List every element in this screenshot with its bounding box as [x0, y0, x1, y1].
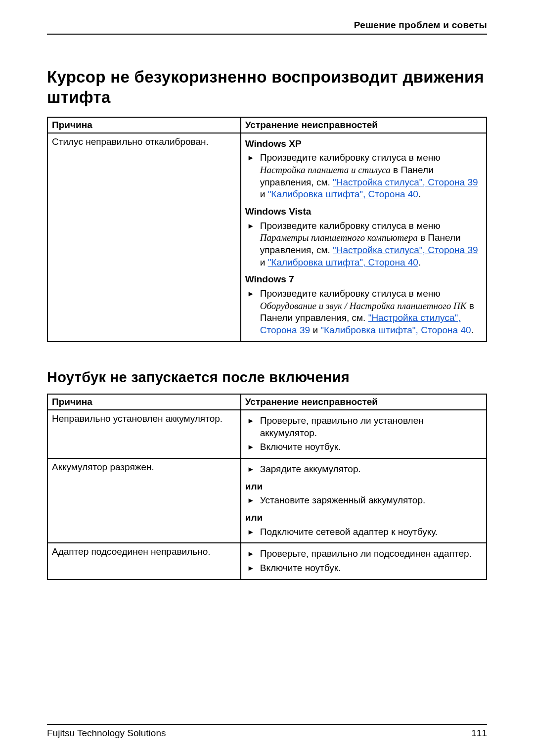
th-fix: Устранение неисправностей — [241, 117, 487, 133]
fix-cell: Зарядите аккумулятор. или Установите зар… — [241, 458, 487, 543]
fix-cell: Проверьте, правильно ли установлен аккум… — [241, 410, 487, 458]
or-separator: или — [245, 481, 482, 493]
italic-term: Настройка планшета и стилуса — [260, 165, 391, 175]
troubleshoot-table-1: Причина Устранение неисправностей Стилус… — [47, 117, 487, 342]
table-row: Стилус неправильно откалиброван. Windows… — [47, 133, 487, 342]
text: и — [260, 257, 268, 267]
text: . — [471, 325, 474, 335]
or-separator: или — [245, 512, 482, 524]
text: . — [418, 189, 421, 199]
step-list: Произведите калибровку стилуса в меню На… — [245, 152, 482, 201]
step-list: Произведите калибровку стилуса в меню Па… — [245, 220, 482, 269]
step-list: Произведите калибровку стилуса в меню Об… — [245, 288, 482, 337]
step-list: Подключите сетевой адаптер к ноутбуку. — [245, 526, 482, 538]
th-cause: Причина — [47, 117, 241, 133]
italic-term: Оборудование и звук / Настройка планшетн… — [260, 301, 467, 311]
fix-cell: Проверьте, правильно ли подсоединен адап… — [241, 543, 487, 579]
page-header: Решение проблем и советы — [47, 20, 487, 35]
table-row: Неправильно установлен аккумулятор. Пров… — [47, 410, 487, 458]
step-item: Произведите калибровку стилуса в меню Па… — [245, 220, 482, 269]
fix-cell: Windows XP Произведите калибровку стилус… — [241, 133, 487, 342]
xref-link[interactable]: "Калибровка штифта", Сторона 40 — [268, 257, 418, 267]
step-list: Проверьте, правильно ли подсоединен адап… — [245, 548, 482, 574]
xref-link[interactable]: "Настройка стилуса", Сторона 39 — [333, 245, 478, 255]
os-heading-vista: Windows Vista — [245, 206, 482, 218]
step-item: Установите заряженный аккумулятор. — [245, 494, 482, 507]
os-heading-xp: Windows XP — [245, 138, 482, 150]
text: и — [260, 189, 268, 199]
xref-link[interactable]: "Калибровка штифта", Сторона 40 — [320, 325, 471, 335]
italic-term: Параметры планшетного компьютера — [260, 232, 418, 243]
table-header-row: Причина Устранение неисправностей — [47, 394, 487, 410]
step-item: Подключите сетевой адаптер к ноутбуку. — [245, 526, 482, 538]
page: Решение проблем и советы Курсор не безук… — [0, 0, 534, 756]
header-section-title: Решение проблем и советы — [354, 20, 487, 31]
text: Произведите калибровку стилуса в меню — [260, 221, 441, 231]
table-header-row: Причина Устранение неисправностей — [47, 117, 487, 133]
step-item: Произведите калибровку стилуса в меню На… — [245, 152, 482, 201]
footer-page-number: 111 — [471, 728, 487, 739]
footer-vendor: Fujitsu Technology Solutions — [47, 728, 166, 739]
step-list: Зарядите аккумулятор. — [245, 463, 482, 476]
cause-cell: Неправильно установлен аккумулятор. — [47, 410, 241, 458]
th-cause: Причина — [47, 394, 241, 410]
table-row: Адаптер подсоединен неправильно. Проверь… — [47, 543, 487, 579]
xref-link[interactable]: "Настройка стилуса", Сторона 39 — [333, 177, 478, 187]
cause-cell: Аккумулятор разряжен. — [47, 458, 241, 543]
step-list: Установите заряженный аккумулятор. — [245, 494, 482, 507]
cause-cell: Адаптер подсоединен неправильно. — [47, 543, 241, 579]
step-item: Включите ноутбук. — [245, 441, 482, 453]
cause-cell: Стилус неправильно откалиброван. — [47, 133, 241, 342]
step-item: Проверьте, правильно ли установлен аккум… — [245, 415, 482, 439]
xref-link[interactable]: "Калибровка штифта", Сторона 40 — [268, 189, 418, 199]
text: Произведите калибровку стилуса в меню — [260, 288, 441, 299]
text: . — [418, 257, 421, 267]
troubleshoot-table-2: Причина Устранение неисправностей Неправ… — [47, 394, 487, 580]
step-item: Зарядите аккумулятор. — [245, 463, 482, 476]
step-item: Произведите калибровку стилуса в меню Об… — [245, 288, 482, 337]
section-2-title: Ноутбук не запускается после включения — [47, 369, 487, 386]
step-item: Проверьте, правильно ли подсоединен адап… — [245, 548, 482, 560]
text: Произведите калибровку стилуса в меню — [260, 152, 441, 163]
step-item: Включите ноутбук. — [245, 562, 482, 575]
th-fix: Устранение неисправностей — [241, 394, 487, 410]
text: и — [310, 325, 320, 335]
table-row: Аккумулятор разряжен. Зарядите аккумулят… — [47, 458, 487, 543]
page-footer: Fujitsu Technology Solutions 111 — [47, 724, 487, 739]
step-list: Проверьте, правильно ли установлен аккум… — [245, 415, 482, 453]
section-1-title: Курсор не безукоризненно воспроизводит д… — [47, 67, 487, 108]
os-heading-w7: Windows 7 — [245, 273, 482, 286]
